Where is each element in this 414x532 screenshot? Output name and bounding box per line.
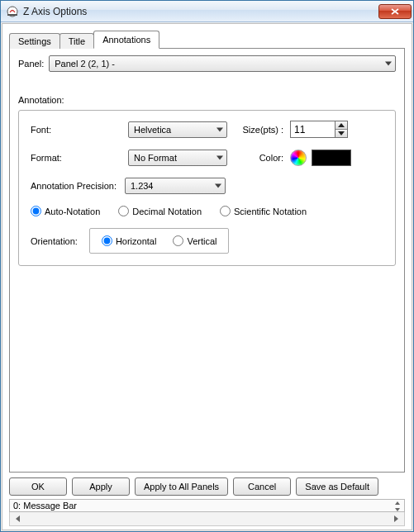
size-input[interactable] <box>290 121 335 138</box>
orientation-label: Orientation: <box>31 236 78 246</box>
panel-select[interactable]: Panel 2 (2, 1) - <box>49 55 396 72</box>
radio-scientific-notation-input[interactable] <box>220 206 231 216</box>
triangle-left-icon <box>16 515 20 522</box>
chevron-down-icon <box>217 127 223 131</box>
precision-select[interactable]: 1.234 <box>125 178 226 194</box>
format-select-value: No Format <box>134 153 177 163</box>
panel-label: Panel: <box>18 59 44 69</box>
font-select-value: Helvetica <box>134 125 171 135</box>
scroll-left-button[interactable] <box>12 514 24 525</box>
window-title: Z Axis Options <box>23 6 378 17</box>
horizontal-scrollbar[interactable] <box>9 512 405 526</box>
apply-button[interactable]: Apply <box>72 477 130 496</box>
annotation-group: Font: Helvetica Size(pts) : Format: <box>18 110 396 266</box>
radio-horizontal-input[interactable] <box>102 235 112 246</box>
titlebar: Z Axis Options <box>1 1 413 22</box>
save-default-button[interactable]: Save as Default <box>296 477 378 496</box>
triangle-up-icon <box>395 501 400 505</box>
font-select[interactable]: Helvetica <box>128 121 227 138</box>
radio-vertical[interactable]: Vertical <box>173 235 217 246</box>
spin-down-button[interactable] <box>335 130 347 137</box>
color-swatch[interactable] <box>312 150 351 166</box>
orientation-box: Horizontal Vertical <box>89 228 230 254</box>
chevron-down-icon <box>215 184 221 188</box>
precision-select-value: 1.234 <box>131 181 154 191</box>
tab-settings[interactable]: Settings <box>9 33 60 49</box>
spin-up-button[interactable] <box>335 121 347 130</box>
close-button[interactable] <box>378 4 412 19</box>
button-bar: OK Apply Apply to All Panels Cancel Save… <box>9 477 405 496</box>
color-label: Color: <box>234 153 283 163</box>
triangle-down-icon <box>338 131 345 135</box>
svg-rect-1 <box>7 14 17 16</box>
triangle-up-icon <box>338 123 345 127</box>
chevron-down-icon <box>385 62 392 66</box>
annotation-heading: Annotation: <box>18 95 396 105</box>
font-label: Font: <box>31 125 121 135</box>
radio-scientific-notation[interactable]: Scientific Notation <box>220 206 307 216</box>
triangle-right-icon <box>394 515 398 522</box>
tab-annotations[interactable]: Annotations <box>93 31 159 49</box>
triangle-down-icon <box>395 508 400 511</box>
radio-auto-notation-label: Auto-Notation <box>45 207 100 216</box>
scroll-right-button[interactable] <box>390 514 402 525</box>
size-spinner[interactable] <box>290 121 356 138</box>
tabstrip: Settings Title Annotations <box>9 31 405 49</box>
notation-radios: Auto-Notation Decimal Notation Scientifi… <box>31 206 383 216</box>
radio-scientific-notation-label: Scientific Notation <box>234 207 307 216</box>
radio-auto-notation-input[interactable] <box>31 206 41 216</box>
radio-decimal-notation-input[interactable] <box>118 206 129 216</box>
apply-all-button[interactable]: Apply to All Panels <box>135 477 228 496</box>
message-bar: 0: Message Bar <box>9 499 405 512</box>
msg-spin-up[interactable] <box>390 500 404 506</box>
cancel-button[interactable]: Cancel <box>233 477 291 496</box>
ok-button[interactable]: OK <box>9 477 67 496</box>
message-bar-text: 0: Message Bar <box>13 501 77 511</box>
size-label: Size(pts) : <box>234 125 283 135</box>
client-area: Settings Title Annotations Panel: Panel … <box>2 23 412 530</box>
app-icon <box>6 5 19 18</box>
radio-horizontal-label: Horizontal <box>116 236 157 246</box>
message-bar-spin[interactable] <box>390 500 404 513</box>
tabpage-annotations: Panel: Panel 2 (2, 1) - Annotation: Font… <box>9 48 405 473</box>
window: Z Axis Options Settings Title Annotation… <box>0 0 414 532</box>
radio-horizontal[interactable]: Horizontal <box>102 235 157 246</box>
tab-title[interactable]: Title <box>59 33 94 49</box>
radio-auto-notation[interactable]: Auto-Notation <box>31 206 100 216</box>
format-label: Format: <box>31 153 121 163</box>
radio-decimal-notation[interactable]: Decimal Notation <box>118 206 202 216</box>
radio-vertical-label: Vertical <box>187 236 217 246</box>
color-picker-button[interactable] <box>290 150 307 166</box>
panel-select-value: Panel 2 (2, 1) - <box>55 59 115 69</box>
format-select[interactable]: No Format <box>128 150 227 166</box>
radio-decimal-notation-label: Decimal Notation <box>132 207 202 216</box>
precision-label: Annotation Precision: <box>31 181 117 191</box>
radio-vertical-input[interactable] <box>173 235 183 246</box>
chevron-down-icon <box>217 156 223 160</box>
